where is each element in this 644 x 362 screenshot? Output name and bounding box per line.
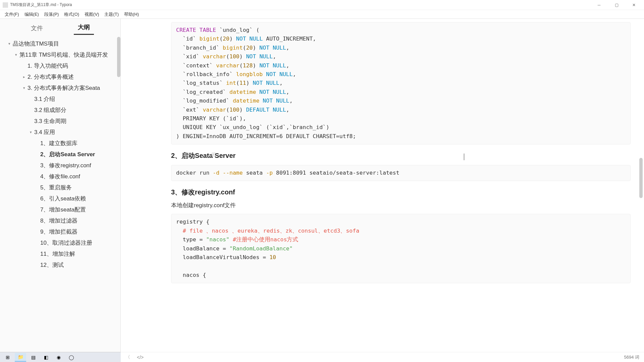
minimize-button[interactable]: ─: [594, 2, 604, 8]
paragraph-registry[interactable]: 本地创建registry.conf文件: [171, 201, 631, 209]
outline-item-label: 1. 导入功能代码: [28, 62, 68, 70]
outline-item-20[interactable]: ▾12、测试: [2, 259, 120, 270]
outline-item-15[interactable]: ▾7、增加seata配置: [2, 204, 120, 215]
taskbar-app-1[interactable]: ▤: [28, 353, 39, 362]
outline-item-8[interactable]: ▾3.4 应用: [2, 127, 120, 138]
taskbar-explorer[interactable]: 📁: [15, 353, 26, 362]
outline-item-label: 9、增加拦截器: [40, 228, 77, 236]
menu-paragraph[interactable]: 段落(P): [42, 10, 61, 18]
outline-item-label: 第11章 TMS司机端、快递员端开发: [19, 51, 108, 59]
outline-item-4[interactable]: ▾3. 分布式事务解决方案Seata: [2, 82, 120, 94]
close-button[interactable]: ✕: [629, 2, 639, 8]
chevron-right-icon[interactable]: ▸: [21, 75, 27, 79]
chevron-down-icon[interactable]: ▾: [7, 42, 12, 46]
outline-item-label: 3、修改registry.conf: [40, 162, 91, 169]
outline-item-11[interactable]: ▾3、修改registry.conf: [2, 160, 120, 171]
statusbar: 〈 </> 5694 词: [121, 352, 644, 362]
outline-item-label: 11、增加注解: [40, 250, 75, 258]
outline-item-5[interactable]: ▾3.1 介绍: [2, 94, 120, 105]
outline-tree: ▾品达物流TMS项目▾第11章 TMS司机端、快递员端开发▾1. 导入功能代码▸…: [0, 35, 120, 352]
heading-registry-conf[interactable]: 3、修改registry.conf: [171, 188, 631, 197]
tab-files[interactable]: 文件: [27, 21, 47, 35]
taskbar-chrome[interactable]: ◉: [53, 353, 64, 362]
menubar: 文件(F) 编辑(E) 段落(P) 格式(O) 视图(V) 主题(T) 帮助(H…: [0, 10, 644, 19]
outline-item-label: 12、测试: [40, 261, 64, 269]
window-titlebar: TMS项目讲义_第11章.md - Typora ─ ▢ ✕: [0, 0, 644, 10]
menu-theme[interactable]: 主题(T): [102, 10, 121, 18]
outline-item-14[interactable]: ▾6、引入seata依赖: [2, 193, 120, 204]
outline-item-label: 3.1 介绍: [34, 95, 55, 103]
outline-item-label: 1、建立数据库: [40, 139, 77, 147]
sidebar-scrollbar[interactable]: [117, 37, 120, 77]
menu-edit[interactable]: 编辑(E): [22, 10, 42, 18]
outline-item-10[interactable]: ▾2、启动Seata Server: [2, 149, 120, 160]
outline-item-label: 2、启动Seata Server: [40, 150, 95, 158]
outline-item-9[interactable]: ▾1、建立数据库: [2, 138, 120, 149]
outline-item-label: 10、取消过滤器注册: [40, 239, 92, 247]
chevron-down-icon[interactable]: ▾: [21, 86, 27, 90]
outline-item-1[interactable]: ▾第11章 TMS司机端、快递员端开发: [2, 49, 120, 60]
outline-item-label: 3.2 组成部分: [34, 106, 66, 114]
maximize-button[interactable]: ▢: [612, 2, 621, 8]
taskbar-app-2[interactable]: ◧: [40, 353, 52, 362]
outline-item-16[interactable]: ▾8、增加过滤器: [2, 215, 120, 226]
outline-item-label: 2. 分布式事务概述: [28, 73, 74, 81]
outline-item-label: 3. 分布式事务解决方案Seata: [28, 84, 100, 92]
outline-item-3[interactable]: ▸2. 分布式事务概述: [2, 71, 120, 82]
outline-item-label: 5、重启服务: [40, 184, 72, 191]
outline-item-17[interactable]: ▾9、增加拦截器: [2, 226, 120, 237]
menu-file[interactable]: 文件(F): [2, 10, 22, 18]
tab-outline[interactable]: 大纲: [74, 20, 94, 35]
outline-item-7[interactable]: ▾3.3 生命周期: [2, 116, 120, 127]
outline-item-0[interactable]: ▾品达物流TMS项目: [2, 38, 120, 49]
code-block-sql[interactable]: CREATE TABLE `undo_log` ( `id` bigint(20…: [171, 22, 631, 144]
outline-item-12[interactable]: ▾4、修改file.conf: [2, 171, 120, 182]
chevron-down-icon[interactable]: ▾: [13, 53, 19, 57]
outline-item-label: 3.3 生命周期: [34, 117, 66, 125]
app-icon: [3, 2, 8, 8]
back-icon[interactable]: 〈: [125, 354, 130, 360]
outline-item-2[interactable]: ▾1. 导入功能代码: [2, 60, 120, 71]
heading-anchor-icon: ⊞: [211, 151, 216, 158]
outline-item-19[interactable]: ▾11、增加注解: [2, 248, 120, 259]
code-block-docker[interactable]: docker run -d --name seata -p 8091:8091 …: [171, 165, 631, 181]
outline-item-6[interactable]: ▾3.2 组成部分: [2, 105, 120, 116]
word-count[interactable]: 5694 词: [624, 354, 639, 360]
outline-item-label: 7、增加seata配置: [40, 206, 86, 214]
code-block-registry[interactable]: registry { # file 、nacos 、eureka、redis、z…: [171, 214, 631, 283]
menu-format[interactable]: 格式(O): [61, 10, 82, 18]
sidebar: 文件 大纲 ▾品达物流TMS项目▾第11章 TMS司机端、快递员端开发▾1. 导…: [0, 19, 121, 352]
taskbar-app-3[interactable]: ◯: [66, 353, 77, 362]
start-button[interactable]: ⊞: [2, 353, 13, 362]
outline-item-label: 6、引入seata依赖: [40, 195, 86, 202]
outline-item-label: 品达物流TMS项目: [13, 40, 59, 48]
chevron-down-icon[interactable]: ▾: [28, 130, 34, 134]
window-title: TMS项目讲义_第11章.md - Typora: [10, 2, 594, 8]
menu-view[interactable]: 视图(V): [82, 10, 102, 18]
menu-help[interactable]: 帮助(H): [121, 10, 142, 18]
source-code-icon[interactable]: </>: [137, 355, 144, 360]
outline-item-18[interactable]: ▾10、取消过滤器注册: [2, 237, 120, 248]
editor-scrollbar[interactable]: [639, 158, 643, 198]
heading-start-seata[interactable]: 2、启动Seata Server: [171, 151, 631, 160]
outline-item-label: 3.4 应用: [34, 128, 55, 136]
outline-item-label: 4、修改file.conf: [40, 173, 80, 180]
editor-area[interactable]: CREATE TABLE `undo_log` ( `id` bigint(20…: [121, 19, 644, 352]
outline-item-label: 8、增加过滤器: [40, 217, 77, 225]
outline-item-13[interactable]: ▾5、重启服务: [2, 182, 120, 193]
